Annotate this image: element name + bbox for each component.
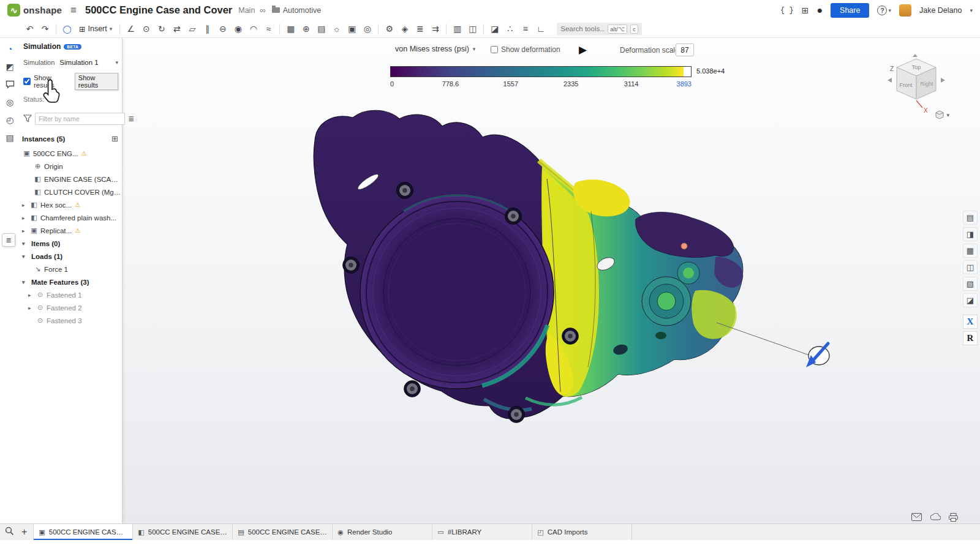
parallel-relation-icon[interactable]: ≈	[261, 22, 276, 36]
tree-item-origin[interactable]: ⊕ Origin	[20, 160, 122, 173]
tree-item-fastened-3[interactable]: ⊙ Fastened 3	[20, 314, 122, 327]
snap-mode-icon[interactable]: ◯	[59, 22, 75, 36]
tab-assembly[interactable]: ▣ 500CC ENGINE CASE ...	[33, 524, 133, 540]
configurations-panel-icon[interactable]: ▦	[963, 244, 978, 258]
help-menu[interactable]: ? ▾	[877, 6, 891, 15]
redo-icon[interactable]: ↷	[37, 22, 53, 36]
tree-item-replicate[interactable]: ▸ ▣ Replicat... ⚠	[20, 224, 122, 237]
tree-item-chamfered-washer[interactable]: ▸ ◧ Chamfered plain wash...	[20, 211, 122, 224]
filter-icon[interactable]	[23, 114, 32, 124]
gear-relation-icon[interactable]: ⚙	[382, 22, 397, 36]
chevron-right-icon[interactable]: ▸	[22, 215, 29, 221]
insert-button[interactable]: ⊞ Insert ▾	[75, 23, 116, 36]
show-deformation-checkbox-row[interactable]: Show deformation	[491, 45, 560, 54]
linear-pattern-icon[interactable]: ▤	[314, 22, 329, 36]
rack-pinion-icon[interactable]: ≣	[412, 22, 428, 36]
measure-icon[interactable]: ∟	[533, 22, 548, 36]
items-section-header[interactable]: ▾ Items (0)	[20, 237, 122, 250]
transfer-icon[interactable]: ⇉	[428, 22, 443, 36]
tab-render-studio[interactable]: ◉ Render Studio	[333, 524, 432, 540]
tree-item-root-assembly[interactable]: ▣ 500CC ENG... ⚠	[20, 147, 122, 160]
tree-options-handle-button[interactable]: ≣	[2, 233, 15, 247]
user-avatar[interactable]	[899, 4, 911, 17]
tree-item-engine-case[interactable]: ◧ ENGINE CASE (SCAN)...	[20, 173, 122, 186]
app-store-icon[interactable]: ⊞	[802, 6, 809, 15]
x-integration-icon[interactable]: X	[963, 315, 978, 329]
follow-mode-icon[interactable]: ◎	[3, 96, 17, 108]
filter-input[interactable]	[35, 113, 125, 125]
learning-center-icon[interactable]: ●	[816, 5, 823, 16]
pin-slot-mate-icon[interactable]: ⊖	[215, 22, 230, 36]
chevron-right-icon[interactable]: ▸	[22, 202, 29, 208]
search-tools-input[interactable]	[560, 25, 605, 32]
bom-table-icon[interactable]: ▥	[450, 22, 465, 36]
appearance-panel-icon[interactable]: ◩	[3, 60, 17, 73]
project-name[interactable]: Automotive	[283, 6, 322, 15]
r-integration-icon[interactable]: R	[963, 331, 978, 345]
3d-viewport[interactable]: von Mises stress (psi) ▾ Show deformatio…	[123, 38, 980, 523]
new-tab-button[interactable]: +	[21, 527, 27, 538]
force-arrow-annotation[interactable]	[717, 323, 829, 367]
tree-item-fastened-1[interactable]: ▸ ⊙ Fastened 1	[20, 288, 122, 301]
link-icon[interactable]: ∞	[260, 6, 265, 15]
result-type-dropdown[interactable]: von Mises stress (psi) ▾	[395, 45, 475, 53]
list-view-icon[interactable]: ≣	[128, 114, 134, 123]
chevron-down-icon[interactable]: ▾	[22, 253, 29, 260]
loads-section-header[interactable]: ▾ Loads (1)	[20, 250, 122, 263]
onshape-logo-icon[interactable]: ∿	[7, 4, 20, 17]
structure-panel-icon[interactable]: ▤	[963, 211, 978, 225]
show-results-checkbox[interactable]	[23, 78, 31, 85]
ball-mate-icon[interactable]: ◉	[230, 22, 246, 36]
section-panel-icon[interactable]: ◪	[963, 293, 978, 307]
history-panel-icon[interactable]: ◴	[3, 113, 17, 126]
planar-mate-icon[interactable]: ▱	[184, 22, 200, 36]
mate-connector-icon[interactable]: ⊕	[298, 22, 314, 36]
mate-icon[interactable]: ∠	[123, 22, 138, 36]
tree-item-clutch-cover[interactable]: ◧ CLUTCH COVER (Mg) ...	[20, 186, 122, 198]
play-animation-button[interactable]: ▶	[579, 43, 587, 56]
deformation-scale-input[interactable]	[676, 43, 694, 56]
search-tabs-icon[interactable]	[5, 527, 14, 538]
tab-cad-imports[interactable]: ◰ CAD Imports	[532, 524, 632, 540]
revolute-mate-icon[interactable]: ↻	[154, 22, 169, 36]
chevron-right-icon[interactable]: ▸	[28, 292, 36, 298]
notes-panel-icon[interactable]: ▤	[3, 131, 17, 144]
add-to-folder-icon[interactable]: ⊞	[111, 134, 118, 143]
chevron-right-icon[interactable]: ▸	[22, 228, 29, 234]
workspace-name[interactable]: Main	[238, 6, 255, 15]
manage-instances-icon[interactable]: ◎	[360, 22, 375, 36]
named-positions-icon[interactable]: ≡	[518, 22, 533, 36]
share-button[interactable]: Share	[831, 3, 869, 18]
chevron-right-icon[interactable]: ▸	[28, 305, 36, 311]
hamburger-menu-icon[interactable]: ≡	[70, 4, 77, 17]
view-options-button[interactable]: ▾	[935, 110, 949, 119]
tree-item-hex-socket[interactable]: ▸ ◧ Hex soc... ⚠	[20, 198, 122, 211]
tab-part-studio[interactable]: ◧ 500CC ENGINE CASE ...	[133, 524, 233, 540]
mate-features-section-header[interactable]: ▾ Mate Features (3)	[20, 276, 122, 288]
custom-tables-panel-icon[interactable]: ▧	[963, 277, 978, 291]
group-icon[interactable]: ▦	[283, 22, 298, 36]
cam-relation-icon[interactable]: ◈	[397, 22, 412, 36]
cylindrical-mate-icon[interactable]: ∥	[200, 22, 215, 36]
fastened-mate-icon[interactable]: ⊙	[138, 22, 154, 36]
replicate-icon[interactable]: ▣	[344, 22, 360, 36]
send-feedback-icon[interactable]	[911, 513, 922, 521]
tab-library[interactable]: ▭ #LIBRARY	[432, 524, 532, 540]
print-icon[interactable]	[949, 513, 958, 522]
view-cube[interactable]: Top Front Right Z X	[884, 50, 948, 120]
colorbar-max-editable[interactable]: 3893	[677, 80, 692, 88]
search-tools[interactable]: alt/⌥ c	[557, 23, 641, 36]
tab-drawing[interactable]: ▤ 500CC ENGINE CASE ...	[233, 524, 333, 540]
tree-item-fastened-2[interactable]: ▸ ⊙ Fastened 2	[20, 301, 122, 314]
tree-item-force[interactable]: ↘ Force 1	[20, 263, 122, 276]
user-name[interactable]: Jake Delano	[919, 6, 962, 15]
circular-pattern-icon[interactable]: ☼	[329, 22, 344, 36]
cloud-status-icon[interactable]	[930, 513, 941, 520]
chevron-down-icon[interactable]: ▾	[22, 279, 29, 285]
section-view-icon[interactable]: ◪	[487, 22, 502, 36]
appearance-editor-panel-icon[interactable]: ◨	[963, 227, 978, 241]
exploded-view-icon[interactable]: ∴	[502, 22, 518, 36]
engine-case-model[interactable]	[123, 38, 980, 523]
user-menu-chevron-icon[interactable]: ▾	[970, 7, 973, 13]
featurescript-icon[interactable]: { }	[780, 6, 794, 15]
